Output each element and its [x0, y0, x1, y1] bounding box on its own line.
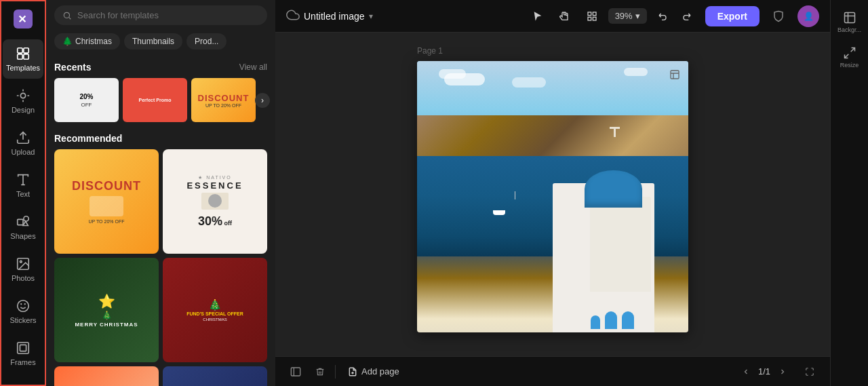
- building-front: [590, 197, 651, 292]
- tag-icon: 🌲: [62, 37, 73, 46]
- app-logo[interactable]: ✕: [11, 7, 35, 31]
- svg-rect-8: [18, 219, 23, 225]
- page-nav: 1/1: [738, 362, 819, 381]
- rec-item-boooom[interactable]: ⭐⭐⭐⭐ BOOOOM 😊: [54, 366, 159, 386]
- svg-rect-15: [18, 343, 29, 354]
- resize-label: Resize: [840, 62, 859, 69]
- sidebar-item-upload[interactable]: Upload: [3, 123, 43, 163]
- recents-grid: 20% OFF Perfect Promo DISCOUNT UP TO 20%…: [54, 78, 267, 122]
- page-options-icon[interactable]: [669, 69, 680, 83]
- sidebar-item-label: Upload: [12, 148, 35, 156]
- sidebar-item-label: Design: [12, 106, 35, 114]
- zoom-chevron: ▾: [635, 11, 640, 21]
- svg-point-9: [24, 216, 28, 221]
- resize-button[interactable]: Resize: [833, 41, 866, 73]
- zoom-control[interactable]: 39% ▾: [608, 8, 647, 24]
- svg-point-12: [18, 301, 29, 312]
- recent-item-3[interactable]: DISCOUNT UP TO 20% OFF: [191, 78, 256, 122]
- search-input[interactable]: [77, 10, 259, 20]
- svg-point-6: [20, 93, 25, 98]
- sidebar-item-frames[interactable]: Frames: [3, 334, 43, 373]
- rec-item-wishlist[interactable]: MY CHRISTMAS WISH LIST 🧥: [163, 366, 267, 386]
- svg-point-11: [20, 260, 22, 263]
- layout-tool-button[interactable]: [581, 5, 603, 27]
- recommended-grid: DISCOUNT UP TO 20% OFF ★ NATIVO ESSENCE …: [54, 149, 267, 386]
- svg-rect-5: [24, 54, 28, 59]
- pan-tool-button[interactable]: [554, 5, 576, 27]
- sidebar-item-templates[interactable]: Templates: [3, 39, 43, 79]
- expand-button[interactable]: [800, 362, 819, 381]
- svg-rect-2: [18, 48, 22, 53]
- filter-tags: 🌲 Christmas Thumbnails Prod...: [46, 31, 275, 55]
- sidebar-item-label: Stickers: [9, 316, 36, 324]
- tag-prod[interactable]: Prod...: [186, 33, 226, 50]
- recent-item-1[interactable]: 20% OFF: [54, 78, 119, 122]
- sidebar-item-shapes[interactable]: Shapes: [3, 208, 43, 247]
- view-all-button[interactable]: View all: [239, 62, 267, 72]
- right-panel: Backgr... Resize: [830, 0, 868, 386]
- canvas-wrapper: [417, 61, 688, 332]
- tag-label: Prod...: [195, 37, 218, 46]
- prev-page-button[interactable]: [738, 364, 754, 380]
- toolbar-actions: 39% ▾: [527, 5, 697, 27]
- tag-label: Thumbnails: [132, 37, 174, 46]
- top-bar: Untitled image ▾ 39%: [275, 0, 830, 33]
- shield-button[interactable]: [768, 5, 789, 27]
- doc-title-chevron[interactable]: ▾: [369, 12, 373, 21]
- export-button[interactable]: Export: [705, 6, 760, 26]
- cross-vertical: [614, 128, 616, 137]
- sidebar-item-design[interactable]: Design: [3, 81, 43, 121]
- rec-item-discount[interactable]: DISCOUNT UP TO 20% OFF: [54, 149, 159, 254]
- page-thumbnail-button[interactable]: [286, 362, 305, 381]
- rec-essence-pct: 30% off: [198, 214, 232, 229]
- rec-discount-label: DISCOUNT: [72, 179, 141, 193]
- rec-item-christmas-special[interactable]: 🎄 FUND'S SPECIAL OFFER CHRISTMAS: [163, 258, 267, 362]
- sidebar-item-stickers[interactable]: Stickers: [3, 292, 43, 331]
- discount-label: DISCOUNT: [198, 93, 250, 103]
- tag-thumbnails[interactable]: Thumbnails: [124, 33, 182, 50]
- sidebar-item-label: Templates: [6, 64, 40, 72]
- page-indicator: 1/1: [758, 366, 770, 377]
- rec-discount-sub: UP TO 20% OFF: [89, 219, 125, 224]
- next-page-button[interactable]: [774, 364, 791, 380]
- editor-area: Untitled image ▾ 39%: [275, 0, 830, 386]
- search-bar[interactable]: [54, 5, 267, 25]
- svg-rect-16: [20, 345, 26, 351]
- doc-title: Untitled image: [304, 11, 365, 22]
- tag-christmas[interactable]: 🌲 Christmas: [54, 33, 120, 50]
- add-page-label: Add page: [361, 366, 399, 377]
- sidebar-item-label: Text: [16, 190, 30, 198]
- user-avatar[interactable]: 👤: [797, 5, 819, 27]
- rec-essence-label: ESSENCE: [186, 180, 243, 191]
- panel-scroll: Recents View all 20% OFF Perfect Promo D…: [46, 55, 275, 386]
- add-page-button[interactable]: Add page: [341, 363, 406, 380]
- recent-item-2[interactable]: Perfect Promo: [123, 78, 187, 122]
- delete-page-button[interactable]: [311, 362, 330, 381]
- recents-next-button[interactable]: ›: [255, 93, 270, 108]
- tag-label: Christmas: [75, 37, 112, 46]
- recommended-header: Recommended: [54, 133, 267, 144]
- canvas[interactable]: [417, 61, 688, 332]
- background-label: Backgr...: [837, 26, 861, 33]
- page-label: Page 1: [417, 46, 443, 56]
- undo-button[interactable]: [652, 5, 674, 27]
- rec-merry-label: MERRY CHRISTMAS: [75, 322, 138, 328]
- svg-text:✕: ✕: [18, 14, 26, 25]
- select-tool-button[interactable]: [527, 5, 549, 27]
- arch-window-2: [605, 311, 617, 329]
- undo-redo: [652, 5, 697, 27]
- background-button[interactable]: Backgr...: [833, 5, 866, 38]
- rec-item-merry-christmas[interactable]: ⭐ 🎄 MERRY CHRISTMAS: [54, 258, 159, 362]
- sidebar-item-label: Frames: [10, 358, 35, 366]
- sidebar-item-label: Shapes: [10, 232, 35, 240]
- templates-panel: 🌲 Christmas Thumbnails Prod... Recents V…: [46, 0, 275, 386]
- sidebar: ✕ Templates Design Upload Text: [0, 0, 46, 386]
- recents-title: Recents: [54, 62, 91, 73]
- doc-info: Untitled image ▾: [286, 8, 373, 24]
- svg-rect-26: [844, 12, 854, 22]
- sidebar-item-photos[interactable]: Photos: [3, 250, 43, 289]
- sidebar-item-text[interactable]: Text: [3, 166, 43, 205]
- redo-button[interactable]: [675, 5, 697, 27]
- svg-rect-20: [588, 17, 591, 20]
- rec-item-essence[interactable]: ★ NATIVO ESSENCE 30% off: [163, 149, 267, 254]
